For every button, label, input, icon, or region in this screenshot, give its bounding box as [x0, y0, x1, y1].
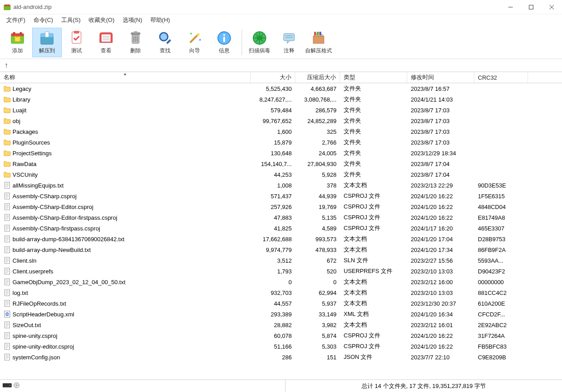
svg-rect-44	[284, 34, 294, 41]
file-packed: 5,303	[295, 343, 340, 350]
file-row[interactable]: Assembly-CSharp-Editor.csproj257,92619,7…	[0, 201, 562, 212]
file-packed: 5,928	[295, 171, 340, 178]
maximize-button[interactable]	[521, 0, 541, 14]
file-crc: C9E8209B	[474, 354, 528, 361]
svg-point-36	[223, 34, 225, 36]
minimize-button[interactable]	[500, 0, 521, 14]
file-row[interactable]: allMissingEquips.txt1,008378文本文档2023/2/1…	[0, 180, 562, 191]
menubar: 文件(F) 命令(C) 工具(S) 收藏夹(O) 选项(N) 帮助(H)	[0, 14, 562, 26]
file-row[interactable]: build-array-dump-638413670690026842.txt1…	[0, 234, 562, 244]
file-row[interactable]: RJFileOpRecords.txt44,5575,937文本文档2023/1…	[0, 298, 562, 309]
svg-rect-10	[13, 32, 15, 34]
file-icon	[4, 257, 11, 264]
toolbar-wizard-label: 向导	[189, 47, 200, 55]
file-packed: 286,579	[295, 107, 340, 114]
toolbar-extract[interactable]: 解压到	[32, 28, 62, 57]
svg-rect-2	[5, 4, 7, 5]
menu-favorites[interactable]: 收藏夹(O)	[86, 15, 117, 25]
toolbar-info[interactable]: 信息	[209, 28, 239, 57]
folder-icon	[4, 117, 11, 124]
menu-tools[interactable]: 工具(S)	[59, 15, 83, 25]
file-type: 文本文档	[340, 181, 407, 189]
toolbar-add[interactable]: 添加	[3, 28, 32, 57]
file-size: 47,883	[251, 214, 295, 221]
file-crc: 610A200E	[474, 300, 528, 307]
file-size: 579,484	[251, 107, 295, 114]
file-crc: 2E92ABC2	[474, 322, 528, 328]
file-row[interactable]: Luajit579,484286,579文件夹2023/8/7 17:03	[0, 105, 562, 115]
menu-help[interactable]: 帮助(H)	[148, 15, 173, 25]
file-row[interactable]: systemConfig.json286151JSON 文件2023/7/7 2…	[0, 352, 562, 362]
file-row[interactable]: Assembly-CSharp.csproj571,43744,939CSPRO…	[0, 191, 562, 201]
file-row[interactable]: Legacy5,525,4304,663,687文件夹2023/8/7 16:5…	[0, 83, 562, 94]
file-modified: 2024/1/20 16:22	[407, 214, 474, 221]
file-row[interactable]: SizeOut.txt28,8823,982文本文档2023/2/12 16:0…	[0, 320, 562, 330]
header-size[interactable]: 大小	[251, 72, 295, 83]
file-crc: 31F7264A	[474, 332, 528, 339]
file-row[interactable]: PluginSources15,8792,766文件夹2023/8/7 17:0…	[0, 137, 562, 148]
menu-file[interactable]: 文件(F)	[4, 15, 28, 25]
file-row[interactable]: obj99,767,65224,852,289文件夹2023/8/7 17:03	[0, 115, 562, 126]
file-modified: 2023/8/7 17:04	[407, 161, 474, 167]
file-row[interactable]: Assembly-CSharp-firstpass.csproj41,8254,…	[0, 223, 562, 234]
toolbar-find[interactable]: 查找	[150, 28, 180, 57]
delete-icon	[128, 30, 144, 46]
toolbar-sfx[interactable]: 自解压格式	[304, 28, 333, 57]
file-row[interactable]: VSCUnity44,2535,928文件夹2023/8/7 17:04	[0, 169, 562, 180]
file-list[interactable]: Legacy5,525,4304,663,687文件夹2023/8/7 16:5…	[0, 83, 562, 379]
file-size: 130,648	[251, 150, 295, 157]
header-name[interactable]: ▲ 名称	[0, 72, 251, 83]
toolbar-virus-scan[interactable]: 扫描病毒	[245, 28, 274, 57]
svg-rect-106	[5, 300, 10, 307]
file-row[interactable]: ProjectSettings130,64824,005文件夹2023/12/2…	[0, 148, 562, 158]
svg-rect-14	[41, 36, 53, 44]
folder-icon	[4, 96, 11, 103]
toolbar-test[interactable]: 测试	[62, 28, 91, 57]
file-name: PluginSources	[13, 139, 50, 146]
svg-line-31	[190, 35, 197, 43]
file-row[interactable]: Assembly-CSharp-Editor-firstpass.csproj4…	[0, 212, 562, 223]
header-crc[interactable]: CRC32	[474, 72, 528, 83]
toolbar: 添加 解压到 测试 查看 删除 查找 向导	[0, 26, 562, 59]
toolbar-wizard[interactable]: 向导	[180, 28, 209, 57]
up-arrow-icon[interactable]: ↑	[4, 61, 8, 69]
file-row[interactable]: Client.userprefs1,793520USERPREFS 文件2023…	[0, 266, 562, 277]
toolbar-delete[interactable]: 删除	[121, 28, 150, 57]
file-row[interactable]: build-array-dump-NewBuild.txt9,974,77947…	[0, 244, 562, 255]
file-row[interactable]: RawData154,140,7...27,804,930文件夹2023/8/7…	[0, 158, 562, 169]
file-name: build-array-dump-NewBuild.txt	[13, 247, 91, 253]
file-packed: 672	[295, 257, 340, 264]
svg-rect-96	[5, 279, 10, 285]
file-row[interactable]: ScriptHeaderDebug.xml293,38933,149XML 文档…	[0, 309, 562, 320]
toolbar-comment[interactable]: 注释	[274, 28, 304, 57]
file-name: ProjectSettings	[13, 150, 51, 157]
file-name: log.txt	[13, 290, 28, 296]
header-packed[interactable]: 压缩后大小	[295, 72, 340, 83]
file-type: USERPREFS 文件	[340, 267, 407, 275]
svg-rect-49	[317, 32, 319, 35]
file-row[interactable]: spine-unity-editor.csproj51,1665,303CSPR…	[0, 341, 562, 352]
file-packed: 0	[295, 279, 340, 285]
file-row[interactable]: Client.sln3,512672SLN 文件2023/2/27 15:565…	[0, 255, 562, 266]
file-row[interactable]: spine-unity.csproj60,0785,874CSPROJ 文件20…	[0, 330, 562, 341]
header-type[interactable]: 类型	[340, 72, 407, 83]
file-crc: D90423F2	[474, 268, 528, 275]
file-type: 文件夹	[340, 160, 407, 168]
file-row[interactable]: log.txt932,70362,994文本文档2023/2/10 13:038…	[0, 287, 562, 298]
file-modified: 2023/2/12 16:01	[407, 322, 474, 328]
column-headers: ▲ 名称 大小 压缩后大小 类型 修改时间 CRC32	[0, 72, 562, 83]
file-modified: 2023/8/7 17:03	[407, 107, 474, 114]
file-row[interactable]: Library8,247,627,...3,080,768,...文件夹2024…	[0, 94, 562, 105]
file-name: Assembly-CSharp-Editor-firstpass.csproj	[13, 214, 117, 221]
file-row[interactable]: Packages1,600325文件夹2023/8/7 17:03	[0, 126, 562, 137]
toolbar-view[interactable]: 查看	[91, 28, 121, 57]
menu-command[interactable]: 命令(C)	[31, 15, 56, 25]
file-crc: 465E3307	[474, 225, 528, 232]
close-button[interactable]	[541, 0, 562, 14]
menu-options[interactable]: 选项(N)	[120, 15, 145, 25]
file-row[interactable]: GameObjDump_2023_02_12_04_00_50.txt00文本文…	[0, 277, 562, 287]
header-modified[interactable]: 修改时间	[407, 72, 474, 83]
svg-rect-3	[8, 4, 9, 5]
file-icon	[4, 225, 11, 232]
file-type: 文本文档	[340, 321, 407, 329]
